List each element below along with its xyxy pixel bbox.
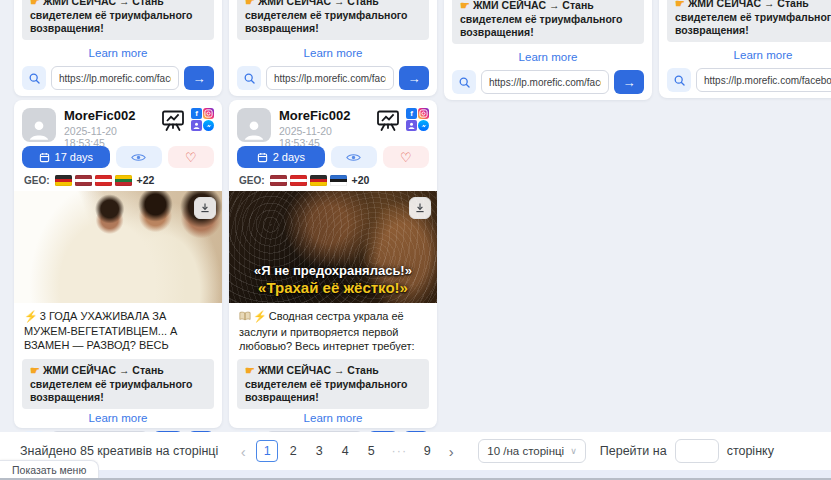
ad-creative-image[interactable]	[14, 191, 222, 303]
eye-icon	[346, 152, 361, 163]
flag-de	[55, 175, 72, 186]
eye-icon	[131, 152, 146, 163]
page-button-4[interactable]: 4	[332, 444, 358, 458]
page-size-select[interactable]: 10 /на сторінці ∨	[478, 439, 585, 463]
calendar-icon	[257, 152, 268, 163]
ad-description: ⚡3 ГОДА УХАЖИВАЛА ЗА МУЖЕМ-ВЕГЕТАТИВЦЕМ.…	[14, 303, 222, 351]
creative-card-1: MoreFic002 2025-11-20 18:53:45 f 17 days…	[14, 100, 222, 428]
footer-strip	[0, 470, 831, 478]
messenger-icon	[418, 120, 429, 131]
open-url-button[interactable]: →	[184, 66, 214, 90]
cta-text: ЖМИ СЕЙЧАС → Стань свидетелем её триумфа…	[30, 0, 193, 34]
open-url-button[interactable]: →	[399, 66, 429, 90]
search-button[interactable]	[667, 68, 691, 92]
pointing-hand-icon: ☛	[30, 364, 40, 376]
learn-more-link[interactable]: Learn more	[237, 46, 429, 60]
page-button-9[interactable]: 9	[414, 444, 440, 458]
landing-url-input[interactable]	[266, 66, 394, 90]
learn-more-link[interactable]: Learn more	[22, 46, 214, 60]
creative-card-top-3: ИНТЕРНЕТ ЖДЁТ ЕЁ СМЕР ... more ☛ЖМИ СЕЙЧ…	[444, 0, 652, 100]
page-button-5[interactable]: 5	[358, 444, 384, 458]
show-menu-button[interactable]: Показать меню	[0, 460, 99, 478]
download-image-button[interactable]	[194, 197, 216, 219]
preview-eye-button[interactable]	[116, 146, 162, 168]
days-active-button[interactable]: 17 days	[22, 146, 110, 168]
ad-creative-image[interactable]: «Я не предохранялась!» «Трахай её жёстко…	[229, 191, 437, 303]
pointing-hand-icon: ☛	[675, 0, 685, 9]
learn-more-link[interactable]: Learn more	[452, 50, 644, 64]
pagination-bar: Знайдено 85 креативів на сторінці ‹ 1234…	[0, 432, 831, 470]
cta-text: ЖМИ СЕЙЧАС → Стань свидетелем её триумфа…	[460, 0, 623, 38]
learn-more-link[interactable]: Learn more	[667, 48, 831, 62]
search-button[interactable]	[22, 66, 46, 90]
audience-network-icon	[191, 120, 202, 131]
search-icon	[673, 74, 686, 87]
flag-lt	[115, 175, 132, 186]
search-icon	[243, 72, 256, 85]
page-button-1[interactable]: 1	[256, 440, 278, 462]
presentation-chart-icon[interactable]	[160, 108, 186, 132]
page-name[interactable]: MoreFic002	[64, 108, 160, 123]
geo-label: GEO:	[239, 175, 265, 186]
download-image-button[interactable]	[409, 197, 431, 219]
pointing-hand-icon: ☛	[460, 0, 470, 11]
landing-url-input[interactable]	[481, 70, 609, 94]
arrow-right-icon: →	[623, 75, 636, 90]
cta-text: ЖМИ СЕЙЧАС → Стань свидетелем её триумфа…	[245, 364, 408, 403]
cta-box: ☛ЖМИ СЕЙЧАС → Стань свидетелем её триумф…	[22, 359, 214, 409]
ad-description: ⚡Сводная сестра украла её заслуги и прит…	[229, 303, 437, 351]
search-icon	[458, 76, 471, 89]
preview-eye-button[interactable]	[331, 146, 377, 168]
days-active-button[interactable]: 2 days	[237, 146, 325, 168]
open-url-button[interactable]: →	[614, 70, 644, 94]
cta-box: ☛ЖМИ СЕЙЧАС → Стань свидетелем её триумф…	[237, 0, 429, 40]
landing-url-input[interactable]	[696, 68, 831, 92]
geo-flags	[55, 175, 132, 186]
facebook-icon: f	[191, 108, 202, 119]
creative-card-top-4: ☛ЖМИ СЕЙЧАС → Стань свидетелем её триумф…	[659, 0, 831, 98]
search-button[interactable]	[237, 66, 261, 90]
person-icon	[241, 116, 267, 142]
chevron-down-icon: ∨	[570, 446, 577, 456]
prev-page-button[interactable]: ‹	[232, 443, 254, 460]
book-icon	[239, 310, 251, 325]
page-button-2[interactable]: 2	[280, 444, 306, 458]
presentation-chart-icon[interactable]	[375, 108, 401, 132]
flag-lv	[270, 175, 287, 186]
next-page-button[interactable]: ›	[440, 443, 462, 460]
cta-box: ☛ЖМИ СЕЙЧАС → Стань свидетелем её триумф…	[452, 0, 644, 44]
geo-more-count[interactable]: +22	[137, 174, 155, 186]
learn-more-link[interactable]: Learn more	[229, 411, 437, 425]
flag-lv	[75, 175, 92, 186]
learn-more-link[interactable]: Learn more	[14, 411, 222, 425]
favorite-heart-button[interactable]: ♡	[383, 146, 429, 168]
geo-label: GEO:	[24, 175, 50, 186]
geo-more-count[interactable]: +20	[352, 174, 370, 186]
image-overlay-text: «Я не предохранялась!» «Трахай её жёстко…	[229, 263, 437, 298]
flag-at	[95, 175, 112, 186]
calendar-icon	[39, 152, 50, 163]
creative-card-top-1: ☛ЖМИ СЕЙЧАС → Стань свидетелем её триумф…	[14, 0, 222, 96]
cta-text: ЖМИ СЕЙЧАС → Стань свидетелем её триумфа…	[30, 364, 193, 403]
arrow-right-icon: →	[408, 71, 421, 86]
goto-page-input[interactable]	[675, 439, 719, 463]
platforms: f	[191, 108, 214, 131]
search-button[interactable]	[452, 70, 476, 94]
cta-box: ☛ЖМИ СЕЙЧАС → Стань свидетелем её триумф…	[667, 0, 831, 42]
pointing-hand-icon: ☛	[245, 364, 255, 376]
page-button-3[interactable]: 3	[306, 444, 332, 458]
instagram-icon	[418, 108, 429, 119]
page-name[interactable]: MoreFic002	[279, 108, 375, 123]
favorite-heart-button[interactable]: ♡	[168, 146, 214, 168]
pointing-hand-icon: ☛	[30, 0, 40, 7]
arrow-right-icon: →	[193, 71, 206, 86]
creative-card-2: MoreFic002 2025-11-20 18:53:45 f 2 days …	[229, 100, 437, 428]
landing-url-input[interactable]	[51, 66, 179, 90]
flag-de	[310, 175, 327, 186]
pointing-hand-icon: ☛	[245, 0, 255, 7]
messenger-icon	[203, 120, 214, 131]
cta-box: ☛ЖМИ СЕЙЧАС → Стань свидетелем её триумф…	[22, 0, 214, 40]
found-count-text: Знайдено 85 креативів на сторінці	[20, 444, 218, 458]
platforms: f	[406, 108, 429, 131]
lightning-icon: ⚡	[24, 310, 38, 322]
